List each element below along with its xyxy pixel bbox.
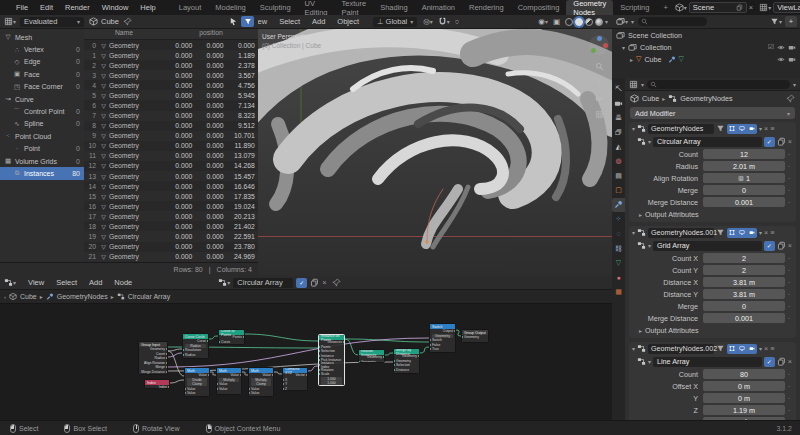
animate-dot[interactable]: · — [785, 290, 793, 299]
camera-view-icon[interactable] — [595, 94, 604, 103]
node-group-name-field[interactable]: Circular Array — [653, 137, 762, 147]
node-group-browse-icon[interactable] — [637, 137, 646, 146]
domain-item-volume-grids[interactable]: ▦ Volume Grids 0 — [0, 155, 84, 167]
properties-breadcrumb-modifier[interactable]: GeometryNodes — [680, 94, 732, 103]
node-pin-icon[interactable] — [332, 278, 341, 287]
breadcrumb-back-icon[interactable]: ‹ — [4, 294, 6, 300]
show-overlays-toggle[interactable]: ◉▾ — [538, 17, 548, 26]
column-name[interactable]: Name — [84, 29, 164, 39]
node-menu-add[interactable]: Add — [83, 278, 108, 287]
properties-tab-scene[interactable]: ◭ — [612, 140, 625, 154]
properties-tab-constraints[interactable]: ⛓ — [612, 242, 625, 256]
pin-icon[interactable] — [123, 17, 132, 26]
domain-item-mesh[interactable]: ▽ Mesh — [0, 31, 84, 43]
animate-dot[interactable]: · — [785, 370, 793, 379]
workspace-tab-sculpting[interactable]: Sculpting — [253, 0, 298, 15]
shading-chevron[interactable]: ▾ — [605, 18, 608, 25]
workspace-tab-animation[interactable]: Animation — [415, 0, 462, 15]
new-scene-icon[interactable] — [736, 3, 743, 12]
workspace-tab-shading[interactable]: Shading — [373, 0, 415, 15]
animate-dot[interactable]: · — [785, 302, 793, 311]
animate-dot[interactable]: · — [785, 150, 793, 159]
new-collection-button[interactable]: + — [785, 16, 797, 27]
node-math-multiply[interactable]: Math ValueMultiplyValueValue — [216, 367, 242, 395]
fake-user-toggle[interactable]: ✓ — [764, 241, 775, 251]
filter-chevron[interactable]: ▾ — [779, 18, 782, 25]
properties-filter-chevron[interactable]: ▾ — [793, 81, 796, 88]
node-curve-circle[interactable]: Curve Circle CurveRadiusResolutionRadius — [182, 333, 209, 359]
move-view-icon[interactable]: ✛ — [596, 78, 603, 87]
node-math-2[interactable]: Math ValueMultiplyClampValueValue — [248, 367, 274, 397]
outliner-type-chevron[interactable]: ▾ — [625, 18, 628, 25]
animate-dot[interactable]: · — [785, 198, 793, 207]
animate-dot[interactable]: · — [785, 254, 793, 263]
outliner-row-collection[interactable]: ▾ Collection ☑ — [612, 41, 800, 53]
shading-material-icon[interactable] — [585, 18, 593, 26]
node-group-chevron[interactable]: ▾ — [227, 279, 230, 286]
modifier-delete-icon[interactable]: × — [764, 344, 768, 353]
fake-user-toggle[interactable]: ✓ — [764, 357, 775, 367]
node-editor-icon[interactable] — [4, 278, 13, 287]
domain-item-vertex[interactable]: ∴ Vertex 0 — [0, 43, 84, 55]
viewport-menu-add[interactable]: Add — [306, 17, 331, 26]
properties-tab-object[interactable]: ▢ — [612, 184, 625, 198]
collection-hide-icon[interactable] — [777, 43, 785, 52]
node-group-browse-icon[interactable] — [637, 241, 646, 250]
render-toggle[interactable] — [747, 344, 757, 354]
menu-file[interactable]: File — [10, 3, 34, 12]
node-switch[interactable]: Switch OutputGeometrySwitchFalseTrue — [429, 323, 456, 353]
properties-tab-world[interactable]: ◍ — [612, 155, 625, 169]
modifier-expand-icon[interactable]: ▾ — [632, 125, 635, 132]
properties-pin-icon[interactable] — [786, 94, 795, 103]
node-menu-node[interactable]: Node — [108, 278, 138, 287]
outliner-editor-icon[interactable] — [616, 17, 625, 26]
copy-node-group-icon[interactable] — [777, 241, 786, 250]
menu-help[interactable]: Help — [134, 3, 161, 12]
output-attributes-row[interactable]: ▸Output Attributes — [629, 208, 796, 220]
breadcrumb-group[interactable]: Circular Array — [128, 293, 170, 300]
collection-checkbox-icon[interactable]: ☑ — [768, 43, 774, 51]
realtime-toggle[interactable] — [737, 228, 747, 238]
xray-toggle[interactable]: ▣ — [553, 17, 560, 26]
animate-dot[interactable]: · — [785, 314, 793, 323]
collection-render-icon[interactable] — [788, 43, 796, 52]
object-render-icon[interactable] — [788, 55, 796, 64]
modifier-expand-icon[interactable]: ▾ — [632, 345, 635, 352]
workspace-tab-texture-paint[interactable]: Texture Paint — [335, 0, 374, 15]
workspace-tab-layout[interactable]: Layout — [172, 0, 209, 15]
animate-dot[interactable]: · — [785, 394, 793, 403]
menu-window[interactable]: Window — [96, 3, 135, 12]
unlink-node-group-icon[interactable]: × — [788, 137, 792, 146]
properties-tab-material[interactable]: ● — [612, 271, 625, 285]
modifier-extras-chevron[interactable]: ▾ — [759, 345, 762, 352]
node-menu-select[interactable]: Select — [50, 278, 83, 287]
workspace-tab-scripting[interactable]: Scripting — [613, 0, 656, 15]
modifier-extras-chevron[interactable]: ▾ — [759, 125, 762, 132]
edit-mode-toggle[interactable] — [727, 344, 737, 354]
object-hide-icon[interactable] — [777, 55, 785, 64]
unlink-node-group-icon[interactable]: × — [788, 241, 792, 250]
outliner-search-input[interactable] — [638, 17, 707, 26]
breadcrumb-modifier[interactable]: GeometryNodes — [57, 293, 108, 300]
animate-dot[interactable]: · — [785, 174, 793, 183]
copy-node-group-icon[interactable] — [310, 278, 319, 287]
node-curve-to-points[interactable]: Curve to Points PointsCurve — [218, 329, 245, 345]
outliner-row-object[interactable]: ▸ ▽ Cube ▽ — [612, 53, 800, 65]
workspace-tab-rendering[interactable]: Rendering — [462, 0, 511, 15]
column-position[interactable]: position — [164, 29, 258, 39]
selection-filter-icon[interactable] — [229, 17, 238, 26]
properties-tab-data[interactable]: ▽ — [612, 256, 625, 270]
animate-dot[interactable]: · — [785, 162, 793, 171]
outliner-row-scene-collection[interactable]: Scene Collection — [612, 29, 800, 41]
domain-item-spline[interactable]: ∿ Spline 0 — [0, 118, 84, 130]
modifier-mask-icon[interactable] — [716, 344, 725, 353]
animate-dot[interactable]: · — [785, 186, 793, 195]
edit-mode-toggle[interactable] — [727, 228, 737, 238]
navigation-gizmo[interactable] — [589, 35, 609, 55]
properties-tab-view-layer[interactable]: 🗇 — [612, 126, 625, 140]
edit-mode-toggle[interactable] — [727, 124, 737, 134]
shading-solid-icon[interactable] — [575, 18, 583, 26]
perspective-toggle-icon[interactable] — [595, 110, 604, 119]
workspace-tab-modeling[interactable]: Modeling — [208, 0, 252, 15]
properties-tab-texture[interactable]: ▦ — [612, 285, 625, 299]
